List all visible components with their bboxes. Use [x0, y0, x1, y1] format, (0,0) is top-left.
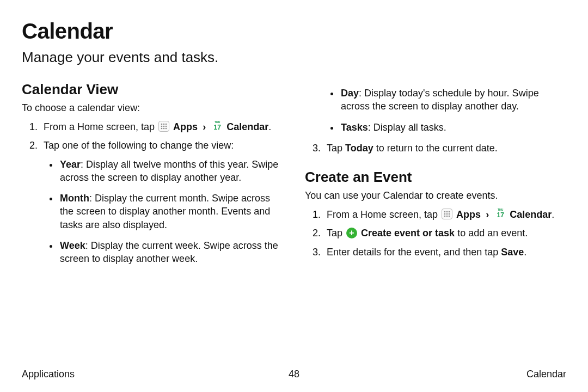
- bullet-month: Month: Display the current month. Swipe …: [59, 192, 283, 231]
- svg-point-6: [161, 128, 163, 130]
- view-intro: To choose a calendar view:: [22, 102, 283, 114]
- bullet-year: Year: Display all twelve months of this …: [59, 158, 283, 185]
- bullet-day: Day: Display today's schedule by hour. S…: [340, 87, 566, 113]
- svg-point-8: [166, 128, 167, 130]
- create-event-section: Create an Event You can use your Calenda…: [305, 169, 566, 259]
- view-bullets-cont: Day: Display today's schedule by hour. S…: [305, 87, 566, 134]
- apps-label: Apps: [173, 121, 198, 132]
- create-step-3: Enter details for the event, and then ta…: [323, 246, 566, 259]
- right-column: Day: Display today's schedule by hour. S…: [305, 81, 566, 273]
- chevron-right-icon: ›: [203, 121, 206, 132]
- page-title: Calendar: [22, 19, 566, 44]
- section-create-event: Create an Event: [305, 169, 566, 186]
- svg-point-10: [446, 211, 448, 213]
- calendar-icon: THU 17: [495, 209, 506, 219]
- create-step-2: Tap + Create event or task to add an eve…: [323, 226, 566, 240]
- calendar-label: Calendar: [226, 121, 268, 132]
- svg-point-9: [444, 211, 446, 213]
- calendar-icon: THU 17: [212, 121, 223, 132]
- svg-point-15: [444, 216, 446, 217]
- view-step-3: Tap Today to return to the current date.: [323, 142, 566, 155]
- footer-page-number: 48: [289, 369, 299, 380]
- content-columns: Calendar View To choose a calendar view:…: [22, 81, 566, 273]
- footer-right: Calendar: [526, 369, 566, 380]
- view-step-3-list: Tap Today to return to the current date.: [305, 142, 566, 155]
- svg-point-7: [163, 128, 165, 130]
- apps-icon: [442, 209, 452, 219]
- svg-point-11: [449, 211, 450, 213]
- step1-pre: From a Home screen, tap: [44, 121, 155, 132]
- view-step-2: Tap one of the following to change the v…: [40, 139, 283, 265]
- view-continued: Day: Display today's schedule by hour. S…: [305, 87, 566, 155]
- svg-point-2: [166, 124, 167, 125]
- page-footer: Applications 48 Calendar: [22, 369, 566, 380]
- left-column: Calendar View To choose a calendar view:…: [22, 81, 283, 273]
- section-calendar-view: Calendar View: [22, 81, 283, 98]
- create-intro: You can use your Calendar to create even…: [305, 190, 566, 201]
- svg-point-3: [161, 126, 163, 127]
- svg-point-13: [446, 213, 448, 215]
- plus-icon: +: [346, 228, 357, 238]
- view-bullets: Year: Display all twelve months of this …: [44, 158, 283, 266]
- svg-point-5: [166, 126, 167, 127]
- svg-point-17: [449, 216, 450, 217]
- create-steps: From a Home screen, tap Apps › THU 17 Ca…: [305, 208, 566, 259]
- bullet-week: Week: Display the current week. Swipe ac…: [59, 239, 283, 266]
- svg-point-14: [449, 213, 450, 215]
- svg-point-12: [444, 213, 446, 215]
- svg-point-0: [161, 124, 163, 125]
- create-step-1: From a Home screen, tap Apps › THU 17 Ca…: [323, 208, 566, 221]
- page-subtitle: Manage your events and tasks.: [22, 49, 566, 66]
- apps-icon: [158, 121, 169, 132]
- chevron-right-icon: ›: [486, 209, 489, 220]
- view-step-1: From a Home screen, tap Apps › THU 17 Ca…: [40, 120, 283, 133]
- bullet-tasks: Tasks: Display all tasks.: [340, 121, 566, 134]
- view-steps: From a Home screen, tap Apps › THU 17 Ca…: [22, 120, 283, 266]
- svg-point-1: [163, 124, 165, 125]
- svg-point-16: [446, 216, 448, 217]
- manual-page: Calendar Manage your events and tasks. C…: [0, 0, 588, 392]
- svg-point-4: [163, 126, 165, 127]
- footer-left: Applications: [22, 369, 75, 380]
